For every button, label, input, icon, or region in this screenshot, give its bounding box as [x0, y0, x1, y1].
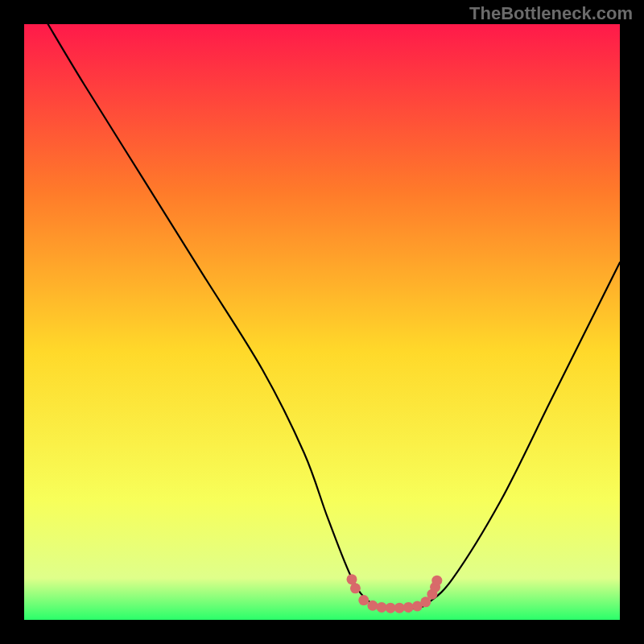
optimal-zone-marker — [358, 595, 369, 605]
plot-area — [24, 24, 620, 620]
optimal-zone-marker — [377, 602, 387, 613]
optimal-zone-marker — [431, 576, 442, 586]
optimal-zone-marker — [386, 603, 396, 613]
bottleneck-chart — [0, 0, 644, 644]
optimal-zone-marker — [347, 574, 357, 584]
optimal-zone-marker — [350, 583, 361, 593]
optimal-zone-marker — [367, 601, 378, 611]
chart-frame: { "watermark": "TheBottleneck.com", "col… — [0, 0, 644, 644]
watermark-text: TheBottleneck.com — [469, 3, 633, 24]
optimal-zone-marker — [394, 603, 405, 613]
optimal-zone-marker — [403, 602, 414, 613]
